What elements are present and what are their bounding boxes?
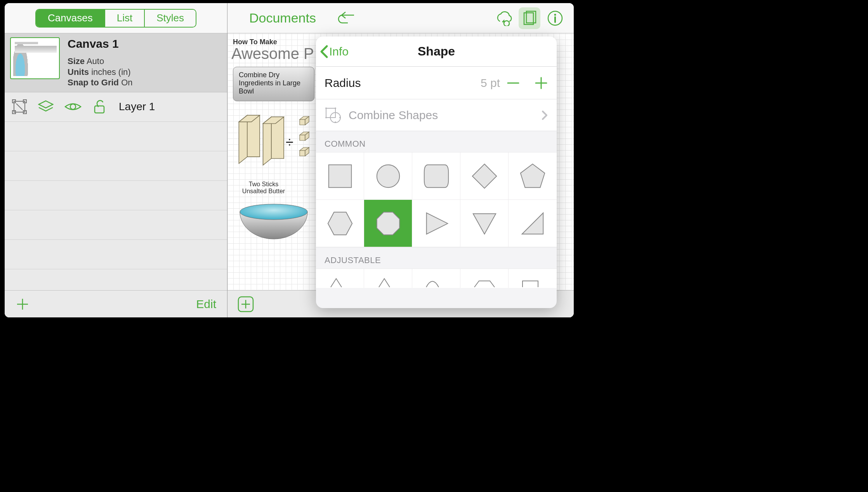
sidebar-toolbar: Edit — [5, 290, 227, 317]
svg-point-44 — [335, 121, 336, 123]
svg-marker-52 — [473, 213, 496, 234]
section-common: COMMON — [316, 131, 557, 152]
butter-shape[interactable] — [234, 109, 285, 168]
svg-marker-49 — [328, 212, 352, 235]
add-shape-icon[interactable] — [237, 295, 255, 313]
canvas-title: Canvas 1 — [68, 37, 132, 50]
snap-label: Snap to Grid — [68, 78, 119, 87]
undo-icon[interactable] — [335, 10, 359, 26]
combine-label: Combine Shapes — [349, 109, 438, 122]
shape-play-triangle[interactable] — [412, 200, 460, 247]
section-adjustable: ADJUSTABLE — [316, 248, 557, 269]
shape-circle[interactable] — [364, 152, 412, 200]
segmented-control: Canvases List Styles — [35, 9, 196, 28]
sidebar-segmented-bar: Canvases List Styles — [5, 3, 227, 33]
canvas-info-panel[interactable]: Canvas 1 Size Auto Units inches (in) Sna… — [5, 33, 227, 92]
svg-point-43 — [339, 117, 341, 118]
shape-down-triangle[interactable] — [460, 200, 509, 247]
radius-row: Radius 5 pt — [316, 67, 557, 99]
shape-octagon[interactable] — [364, 200, 412, 247]
combine-shapes-row[interactable]: Combine Shapes — [316, 99, 557, 131]
radius-stepper — [506, 76, 548, 90]
canvas-thumbnail[interactable] — [10, 37, 60, 79]
svg-marker-23 — [300, 120, 305, 125]
shape-pentagon[interactable] — [509, 152, 557, 200]
svg-marker-47 — [472, 164, 496, 188]
empty-row — [5, 122, 227, 151]
svg-marker-53 — [522, 213, 543, 234]
plus-icon[interactable] — [534, 76, 548, 90]
cubes-shape[interactable] — [298, 115, 314, 178]
svg-marker-50 — [377, 212, 399, 235]
sidebar: Canvases List Styles Canvas 1 Size Auto … — [5, 3, 227, 317]
svg-point-31 — [240, 204, 307, 220]
radius-value: 5 pt — [481, 76, 500, 90]
canvas-meta: Canvas 1 Size Auto Units inches (in) Sna… — [68, 37, 132, 88]
svg-point-7 — [70, 104, 76, 109]
documents-button[interactable]: Documents — [249, 10, 316, 26]
butter-label: Two SticksUnsalted Butter — [234, 181, 293, 195]
svg-point-46 — [377, 165, 399, 187]
inspector-icon[interactable] — [519, 7, 540, 29]
svg-line-5 — [16, 104, 23, 110]
svg-marker-29 — [300, 151, 305, 156]
svg-marker-19 — [263, 117, 271, 165]
combine-shapes-icon — [325, 107, 342, 124]
info-icon[interactable] — [544, 7, 566, 29]
selection-handles-icon — [12, 99, 27, 114]
shape-diamond[interactable] — [460, 152, 509, 200]
empty-row — [5, 181, 227, 210]
units-label: Units — [68, 67, 89, 77]
svg-rect-45 — [328, 165, 351, 187]
seg-list[interactable]: List — [105, 10, 145, 27]
svg-point-40 — [325, 107, 327, 109]
svg-point-14 — [554, 14, 556, 16]
seg-styles[interactable]: Styles — [145, 10, 196, 27]
units-value: inches (in) — [91, 67, 130, 77]
adjustable-row-peek — [316, 269, 557, 288]
shape-popover: Info Shape Radius 5 pt Combine Shapes CO… — [316, 36, 557, 308]
doc-title: Awesome P — [231, 45, 314, 62]
back-label: Info — [329, 45, 349, 58]
edit-button[interactable]: Edit — [196, 298, 216, 311]
popover-title: Shape — [316, 44, 557, 59]
popover-back-button[interactable]: Info — [319, 45, 349, 59]
bowl-shape[interactable] — [238, 203, 310, 254]
snap-value: On — [121, 78, 132, 87]
cloud-sync-icon[interactable] — [493, 7, 515, 29]
plus-icon[interactable] — [16, 297, 30, 311]
seg-canvases[interactable]: Canvases — [36, 10, 105, 27]
chevron-right-icon — [541, 110, 548, 121]
svg-marker-16 — [239, 115, 247, 163]
step-box[interactable]: Combine Dry Ingredients in Large Bowl — [233, 67, 314, 101]
shape-hexagon[interactable] — [316, 200, 364, 247]
svg-point-41 — [335, 107, 336, 109]
layers-icon[interactable] — [38, 100, 54, 113]
popover-header: Info Shape — [316, 36, 557, 67]
svg-marker-51 — [426, 213, 448, 234]
shape-grid — [316, 152, 557, 248]
size-label: Size — [68, 56, 85, 66]
empty-row — [5, 210, 227, 240]
svg-point-42 — [325, 117, 327, 118]
empty-row — [5, 151, 227, 181]
shape-right-triangle[interactable] — [509, 200, 557, 247]
layer-row[interactable]: Layer 1 — [5, 92, 227, 122]
shape-rectangle[interactable] — [316, 152, 364, 200]
size-value: Auto — [87, 56, 104, 66]
main-toolbar: Documents — [227, 3, 574, 33]
unlock-icon[interactable] — [92, 99, 108, 114]
visibility-icon[interactable] — [64, 101, 82, 113]
radius-label: Radius — [325, 76, 361, 90]
svg-marker-26 — [300, 135, 305, 140]
layer-name: Layer 1 — [119, 100, 155, 113]
svg-marker-48 — [521, 164, 545, 187]
svg-rect-8 — [95, 106, 104, 113]
shape-rounded-rect[interactable] — [412, 152, 460, 200]
minus-icon[interactable] — [506, 76, 520, 90]
divide-symbol: ÷ — [286, 134, 293, 151]
svg-marker-6 — [39, 101, 53, 108]
empty-row — [5, 240, 227, 269]
